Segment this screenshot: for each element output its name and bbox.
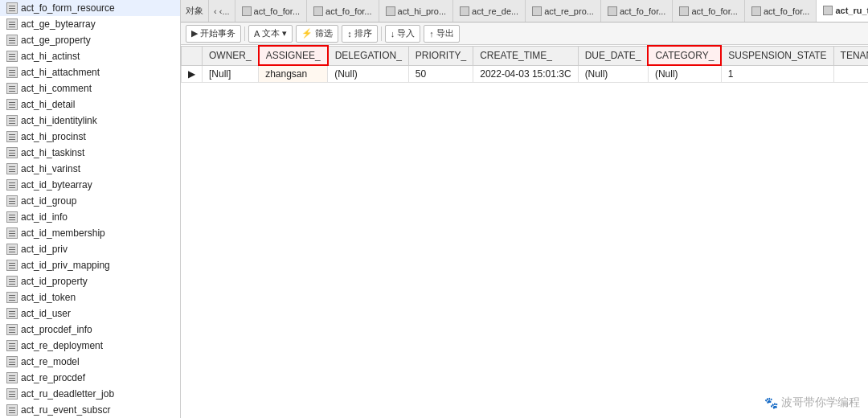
sidebar-item-act_hi_identitylink[interactable]: act_hi_identitylink [0,113,180,129]
sidebar-item-act_hi_taskinst[interactable]: act_hi_taskinst [0,145,180,161]
cell-priority: 50 [408,65,473,83]
sidebar-item-label: act_ge_property [21,35,91,46]
sidebar-item-label: act_hi_detail [21,99,75,110]
table-icon [6,244,18,255]
sidebar-item-act_id_priv[interactable]: act_id_priv [0,241,180,257]
col-delegation[interactable]: DELEGATION_ [328,46,409,65]
dropdown-icon: ▾ [282,28,287,39]
nav-forward-btn[interactable]: ‹ ‹... [209,0,235,23]
tab-0[interactable]: act_fo_for... [235,0,307,23]
sidebar-item-act_hi_attachment[interactable]: act_hi_attachment [0,64,180,80]
table-icon [6,147,18,158]
export-btn[interactable]: ↑ 导出 [424,25,460,43]
separator-2 [381,27,382,41]
sidebar-item-act_id_bytearray[interactable]: act_id_bytearray [0,177,180,193]
nav-arrow: ‹ ‹... [214,6,230,16]
table-icon [6,131,18,142]
col-tenant-id[interactable]: TENANT_ID_ [833,46,868,65]
tab-icon [386,6,395,16]
text-btn[interactable]: A 文本 ▾ [248,25,293,43]
tab-label: act_fo_for... [620,6,665,16]
table-icon [6,292,18,303]
table-icon [6,115,18,126]
sidebar-item-act_ru_deadletter_job[interactable]: act_ru_deadletter_job [0,386,180,402]
col-assignee[interactable]: ASSIGNEE_ [259,46,328,65]
sort-icon: ↕ [347,29,352,39]
sidebar-item-act_id_token[interactable]: act_id_token [0,289,180,305]
table-icon [6,67,18,78]
sidebar-item-act_ge_property[interactable]: act_ge_property [0,32,180,48]
table-row[interactable]: ▶ [Null] zhangsan (Null) 50 2022-04-03 1… [182,65,869,83]
table-icon [6,18,18,30]
col-suspension-state[interactable]: SUSPENSION_STATE [721,46,833,65]
sidebar-item-label: act_ge_bytearray [21,18,96,30]
import-label: 导入 [397,27,415,39]
filter-label: 筛选 [315,27,333,39]
nav-back-text: 对象 [186,5,203,17]
tab-icon [242,6,252,16]
col-due-date[interactable]: DUE_DATE_ [578,46,648,65]
table-icon [6,211,18,223]
sidebar-item-act_re_deployment[interactable]: act_re_deployment [0,338,180,354]
tab-bar: 对象 ‹ ‹... act_fo_for...act_fo_for...act_… [181,0,868,23]
export-label: 导出 [436,27,454,39]
sidebar-item-act_ge_bytearray[interactable]: act_ge_bytearray [0,16,180,32]
tab-4[interactable]: act_re_pro... [526,0,601,23]
table-icon [6,340,18,351]
cell-due-date: (Null) [578,65,648,83]
col-priority[interactable]: PRIORITY_ [408,46,473,65]
sidebar-item-act_id_priv_mapping[interactable]: act_id_priv_mapping [0,257,180,273]
sidebar-item-act_id_group[interactable]: act_id_group [0,193,180,209]
tab-7[interactable]: act_fo_for... [745,0,817,23]
row-arrow: ▶ [182,65,203,83]
sidebar-item-act_re_model[interactable]: act_re_model [0,354,180,370]
sidebar-item-act_fo_form_resource[interactable]: act_fo_form_resource [0,0,180,16]
sidebar-item-label: act_id_group [21,195,76,207]
sidebar-item-act_id_property[interactable]: act_id_property [0,273,180,289]
start-icon: ▶ [191,28,198,39]
data-table: OWNER_ ASSIGNEE_ DELEGATION_ PRIORITY_ C… [181,45,868,83]
sidebar-item-act_hi_varinst[interactable]: act_hi_varinst [0,161,180,177]
tab-5[interactable]: act_fo_for... [601,0,673,23]
start-task-btn[interactable]: ▶ 开始事务 [186,25,241,43]
col-category[interactable]: CATEGORY_ [648,46,721,65]
filter-btn[interactable]: ⚡ 筛选 [296,25,338,43]
tab-3[interactable]: act_re_de... [453,0,526,23]
tab-2[interactable]: act_hi_pro... [379,0,454,23]
sort-btn[interactable]: ↕ 排序 [342,25,378,43]
text-icon: A [254,29,260,39]
sidebar-item-label: act_procdef_info [21,324,92,335]
cell-suspension-state: 1 [721,65,833,83]
sidebar-item-label: act_id_property [21,276,88,287]
tab-icon [679,6,689,16]
tab-6[interactable]: act_fo_for... [673,0,744,23]
tab-label: act_re_de... [472,6,518,16]
sidebar-item-act_procdef_info[interactable]: act_procdef_info [0,322,180,338]
import-btn[interactable]: ↓ 导入 [385,25,421,43]
tab-icon [751,6,761,16]
nav-back-btn[interactable]: 对象 [181,0,209,23]
col-create-time[interactable]: CREATE_TIME_ [473,46,578,65]
sidebar-item-act_ru_event_subscr[interactable]: act_ru_event_subscr [0,402,180,418]
table-icon [6,260,18,271]
tab-1[interactable]: act_fo_for... [307,0,379,23]
sidebar-item-act_hi_procinst[interactable]: act_hi_procinst [0,129,180,145]
col-owner[interactable]: OWNER_ [203,46,259,65]
sidebar-item-act_hi_comment[interactable]: act_hi_comment [0,80,180,96]
col-selector [182,46,203,65]
data-grid[interactable]: OWNER_ ASSIGNEE_ DELEGATION_ PRIORITY_ C… [181,45,868,418]
tab-8[interactable]: act_ru_tas... [817,0,868,23]
sidebar-item-label: act_hi_comment [21,83,92,94]
sidebar-item-act_re_procdef[interactable]: act_re_procdef [0,370,180,386]
sidebar-item-label: act_hi_varinst [21,163,80,174]
sidebar-item-label: act_hi_procinst [21,131,86,142]
sidebar-item-act_hi_detail[interactable]: act_hi_detail [0,96,180,113]
sidebar-item-act_id_info[interactable]: act_id_info [0,209,180,225]
table-icon [6,388,18,400]
table-icon [6,179,18,191]
sidebar-item-label: act_hi_identitylink [21,115,97,126]
sidebar-item-act_id_membership[interactable]: act_id_membership [0,225,180,241]
sidebar-item-label: act_ru_event_subscr [21,404,110,416]
sidebar-item-act_hi_actinst[interactable]: act_hi_actinst [0,48,180,64]
sidebar-item-act_id_user[interactable]: act_id_user [0,305,180,322]
